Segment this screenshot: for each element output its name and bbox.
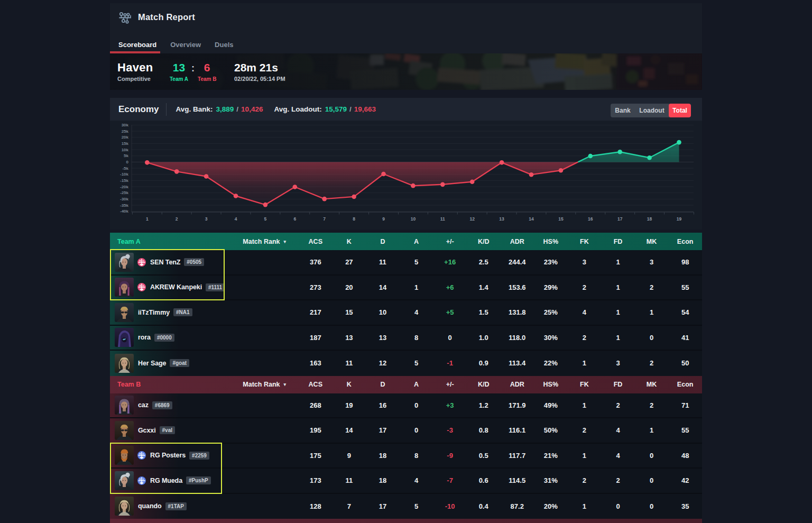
stat-value: 2 (601, 401, 635, 409)
stat-value: 153.6 (500, 283, 534, 291)
player-name[interactable]: Gcxxi (138, 427, 156, 434)
column-header-econ[interactable]: Econ (668, 381, 702, 388)
stat-value: 1 (601, 334, 635, 342)
svg-text:5: 5 (264, 216, 267, 222)
stat-value: 4 (400, 476, 433, 484)
stat-value: 0.9 (467, 359, 501, 367)
column-header-a[interactable]: A (400, 238, 433, 245)
column-header-mk[interactable]: MK (635, 238, 669, 245)
player-row[interactable]: rora #0000 1871313801.0118.030%21041 (110, 326, 702, 351)
player-name[interactable]: Her Sage (138, 360, 166, 367)
tab-duels[interactable]: Duels (215, 41, 233, 49)
player-row[interactable]: caz #6869 26819160+31.2171.949%12271 (110, 393, 702, 419)
column-header-[interactable]: +/- (433, 381, 467, 388)
column-header-fd[interactable]: FD (601, 238, 635, 245)
player-name-cell: SEN TenZ #0505 (110, 250, 299, 274)
column-header-fd[interactable]: FD (601, 381, 635, 388)
stat-value: 0.5 (467, 452, 501, 460)
player-row[interactable]: RG Posters #2259 1759188-90.5117.721%140… (110, 444, 702, 469)
player-row[interactable]: AKREW Kanpeki #1111 27320141+61.4153.629… (110, 276, 702, 301)
player-name[interactable]: rora (138, 334, 151, 341)
stat-value: 22% (534, 359, 568, 367)
column-header-k[interactable]: K (333, 381, 366, 388)
column-header-mk[interactable]: MK (635, 381, 669, 388)
column-header-fk[interactable]: FK (568, 381, 602, 388)
stat-value: 1.0 (467, 334, 501, 342)
svg-text:8: 8 (353, 216, 355, 222)
stat-value: 268 (299, 401, 333, 409)
stat-value: 10 (366, 308, 400, 316)
player-name[interactable]: iiTzTimmy (138, 309, 170, 316)
tab-scoreboard[interactable]: Scoreboard (118, 41, 156, 49)
column-header-acs[interactable]: ACS (299, 238, 333, 245)
stat-value: 118.0 (500, 334, 534, 342)
player-row[interactable]: iiTzTimmy #NA1 21715104+51.5131.825%4115… (110, 300, 702, 326)
svg-text:25k: 25k (122, 129, 129, 134)
player-row[interactable]: SEN TenZ #0505 37627115+162.5244.423%313… (110, 250, 702, 276)
player-name[interactable]: SEN TenZ (150, 259, 180, 266)
team-header-b: Team B Match Rank▾ ACSKDA+/-K/DADRHS%FKF… (110, 376, 702, 393)
agent-avatar (115, 328, 134, 347)
column-header-[interactable]: +/- (433, 238, 467, 245)
match-report-panel: Match Report Scoreboard Overview Duels (110, 0, 702, 523)
column-header-hs[interactable]: HS% (534, 381, 568, 388)
svg-text:14: 14 (529, 216, 534, 222)
slash: / (349, 105, 352, 113)
match-summary: Haven Competitive 13 Team A : 6 Team B 2… (110, 53, 702, 90)
player-row[interactable]: RG Mueda #PushP 17311184-70.6114.531%220… (110, 469, 702, 494)
player-row[interactable]: Gcxxi #val 19514170-30.8116.150%24155 (110, 418, 702, 444)
column-header-a[interactable]: A (400, 381, 433, 388)
stat-value: 5 (400, 258, 433, 266)
player-row[interactable]: quando #1TAP 1287175-100.487.220%10035 (110, 494, 702, 519)
player-name[interactable]: caz (138, 401, 149, 409)
column-header-fk[interactable]: FK (568, 238, 602, 245)
stat-value: 244.4 (500, 258, 534, 266)
player-tag: #2259 (189, 452, 209, 460)
loadout-button[interactable]: Loadout (635, 104, 669, 117)
stat-value: 0.6 (467, 476, 501, 484)
stat-value: 0 (635, 452, 669, 460)
total-button[interactable]: Total (669, 104, 691, 117)
match-mode: Competitive (117, 76, 168, 82)
column-header-acs[interactable]: ACS (299, 381, 333, 388)
tab-overview[interactable]: Overview (170, 41, 201, 49)
player-name[interactable]: quando (138, 502, 162, 510)
column-header-adr[interactable]: ADR (500, 381, 534, 388)
team-name-label: Team B (117, 381, 141, 388)
player-name[interactable]: AKREW Kanpeki (150, 283, 202, 291)
svg-text:5k: 5k (124, 153, 128, 158)
title-row: Match Report (118, 10, 195, 24)
match-rank-sort[interactable]: Match Rank▾ (243, 381, 286, 388)
bank-button[interactable]: Bank (611, 104, 635, 117)
player-name-cell: iiTzTimmy #NA1 (110, 300, 299, 325)
stat-value: 116.1 (500, 426, 534, 434)
stat-value: 1 (568, 401, 602, 409)
match-rank-sort[interactable]: Match Rank▾ (243, 238, 286, 245)
column-header-econ[interactable]: Econ (668, 238, 702, 245)
team-b-score: 6 (198, 61, 216, 74)
player-name[interactable]: RG Mueda (150, 477, 182, 484)
player-row[interactable]: Her Sage #goat 16311125-10.9113.422%1325… (110, 351, 702, 376)
column-header-d[interactable]: D (366, 381, 400, 388)
org-logo-icon (137, 258, 146, 267)
avg-bank-stat: Avg. Bank: 3,889 / 10,426 (176, 105, 263, 113)
svg-text:12: 12 (469, 216, 475, 222)
avg-bank-label: Avg. Bank: (176, 105, 213, 113)
column-header-adr[interactable]: ADR (500, 238, 534, 245)
stat-value: 98 (668, 258, 702, 266)
player-tag: #goat (170, 359, 189, 367)
svg-text:2: 2 (176, 216, 178, 222)
stat-value: 9 (333, 452, 366, 460)
stat-value: 87.2 (500, 502, 534, 510)
player-name[interactable]: RG Posters (150, 452, 186, 459)
column-header-hs[interactable]: HS% (534, 238, 568, 245)
economy-title: Economy (118, 104, 159, 115)
svg-text:6: 6 (293, 216, 296, 222)
stat-value: 1.2 (467, 401, 501, 409)
column-header-d[interactable]: D (366, 238, 400, 245)
column-header-kd[interactable]: K/D (467, 238, 501, 245)
agent-avatar (115, 396, 134, 415)
stat-value: 0 (635, 476, 669, 484)
column-header-k[interactable]: K (333, 238, 366, 245)
column-header-kd[interactable]: K/D (467, 381, 501, 388)
